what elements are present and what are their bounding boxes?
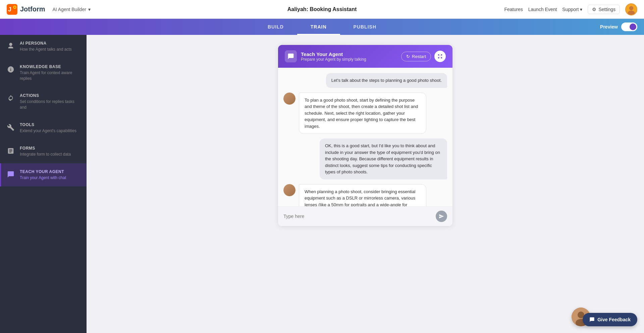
- tools-icon: [6, 123, 15, 132]
- agent-avatar-1: [283, 93, 296, 105]
- svg-point-5: [629, 6, 633, 10]
- tab-bar: BUILD TRAIN PUBLISH Preview: [0, 19, 644, 35]
- message-bubble-agent-2: When planning a photo shoot, consider br…: [299, 184, 426, 207]
- ai-persona-subtitle: How the Agent talks and acts: [20, 47, 72, 52]
- expand-button[interactable]: [434, 51, 446, 62]
- teach-agent-subtitle: Train your Agent with chat: [20, 175, 66, 181]
- sidebar-item-forms[interactable]: FORMS Integrate form to collect data: [0, 140, 87, 163]
- restart-icon: ↻: [406, 54, 410, 59]
- forms-title: FORMS: [20, 146, 71, 151]
- restart-label: Restart: [412, 54, 426, 59]
- logo-text: Jotform: [20, 5, 45, 13]
- agent-avatar-inner-1: [283, 93, 296, 105]
- settings-label: Settings: [598, 7, 615, 12]
- actions-title: ACTIONS: [20, 93, 81, 98]
- tools-title: TOOLS: [20, 122, 76, 127]
- tab-build[interactable]: BUILD: [254, 19, 297, 35]
- chat-input-area: [278, 206, 452, 226]
- chat-title: Teach Your Agent: [301, 51, 366, 57]
- knowledge-base-icon: [6, 65, 15, 74]
- agent-avatar-inner-2: [283, 184, 296, 196]
- restart-button[interactable]: ↻ Restart: [401, 52, 431, 61]
- nav-right: Features Launch Event Support ▾ ⚙ Settin…: [504, 3, 637, 15]
- message-row-agent-2: When planning a photo shoot, consider br…: [283, 184, 447, 207]
- chat-header: Teach Your Agent Prepare your Agent by s…: [278, 45, 452, 68]
- page-title: Aaliyah: Booking Assistant: [287, 6, 357, 12]
- user-avatar[interactable]: [625, 3, 637, 15]
- forms-icon: [6, 147, 15, 155]
- tools-subtitle: Extend your Agent's capabilities: [20, 128, 76, 134]
- svg-text:J: J: [8, 6, 11, 13]
- sidebar-item-actions[interactable]: ACTIONS Set conditions for replies tasks…: [0, 87, 87, 116]
- tools-text: TOOLS Extend your Agent's capabilities: [20, 122, 76, 134]
- content-area: Teach Your Agent Prepare your Agent by s…: [87, 35, 644, 333]
- forms-subtitle: Integrate form to collect data: [20, 152, 71, 157]
- preview-label: Preview: [600, 24, 618, 30]
- knowledge-base-subtitle: Train Agent for context aware replies: [20, 70, 81, 81]
- tab-list: BUILD TRAIN PUBLISH: [254, 19, 390, 35]
- ai-agent-builder-label: AI Agent Builder: [52, 7, 86, 12]
- agent-avatar-2: [283, 184, 296, 196]
- send-button[interactable]: [436, 211, 447, 222]
- main-layout: AI PERSONA How the Agent talks and acts …: [0, 35, 644, 333]
- chat-messages: Let's talk about the steps to planning a…: [278, 68, 452, 206]
- support-label: Support: [562, 7, 579, 12]
- preview-toggle: Preview: [600, 22, 637, 31]
- message-row-user-2: OK, this is a good start, but I'd like y…: [283, 138, 447, 179]
- teach-agent-title: TEACH YOUR AGENT: [20, 169, 66, 174]
- sidebar: AI PERSONA How the Agent talks and acts …: [0, 35, 87, 333]
- chevron-down-icon: ▾: [88, 7, 91, 12]
- sidebar-item-tools[interactable]: TOOLS Extend your Agent's capabilities: [0, 116, 87, 140]
- chat-panel: Teach Your Agent Prepare your Agent by s…: [278, 45, 452, 226]
- logo-icon: J: [7, 4, 17, 15]
- nav-left: J Jotform AI Agent Builder ▾: [7, 4, 94, 15]
- tab-train[interactable]: TRAIN: [297, 19, 340, 35]
- gear-icon: ⚙: [592, 7, 596, 12]
- teach-agent-icon: [6, 170, 15, 179]
- ai-persona-icon: [6, 42, 15, 50]
- chat-header-left: Teach Your Agent Prepare your Agent by s…: [285, 50, 366, 62]
- ai-persona-title: AI PERSONA: [20, 41, 72, 46]
- chat-header-actions: ↻ Restart: [401, 51, 446, 62]
- avatar-img: [626, 4, 637, 15]
- support-button[interactable]: Support ▾: [562, 7, 582, 12]
- knowledge-base-text: KNOWLEDGE BASE Train Agent for context a…: [20, 64, 81, 81]
- tab-publish[interactable]: PUBLISH: [340, 19, 390, 35]
- ai-persona-text: AI PERSONA How the Agent talks and acts: [20, 41, 72, 52]
- svg-point-3: [14, 6, 16, 8]
- feedback-label: Give Feedback: [597, 317, 631, 322]
- expand-icon: [437, 54, 443, 59]
- chevron-down-icon-support: ▾: [580, 7, 582, 12]
- send-icon: [439, 214, 444, 219]
- launch-event-link[interactable]: Launch Event: [528, 7, 557, 12]
- features-link[interactable]: Features: [504, 7, 523, 12]
- message-bubble-user-2: OK, this is a good start, but I'd like y…: [320, 138, 447, 179]
- settings-button[interactable]: ⚙ Settings: [588, 5, 620, 14]
- sidebar-item-knowledge-base[interactable]: KNOWLEDGE BASE Train Agent for context a…: [0, 58, 87, 88]
- chat-input[interactable]: [283, 214, 432, 219]
- message-row-user-1: Let's talk about the steps to planning a…: [283, 73, 447, 88]
- sidebar-item-teach-your-agent[interactable]: TEACH YOUR AGENT Train your Agent with c…: [0, 163, 87, 187]
- sidebar-item-ai-persona[interactable]: AI PERSONA How the Agent talks and acts: [0, 35, 87, 58]
- message-row-agent-1: To plan a good photo shoot, start by def…: [283, 93, 447, 134]
- actions-icon: [6, 94, 15, 103]
- give-feedback-button[interactable]: Give Feedback: [583, 313, 637, 326]
- ai-agent-builder-button[interactable]: AI Agent Builder ▾: [49, 5, 94, 14]
- toggle-knob: [630, 23, 636, 30]
- preview-switch[interactable]: [621, 22, 637, 31]
- chat-header-text: Teach Your Agent Prepare your Agent by s…: [301, 51, 366, 62]
- actions-subtitle: Set conditions for replies tasks and: [20, 99, 81, 110]
- message-bubble-user-1: Let's talk about the steps to planning a…: [326, 73, 447, 88]
- message-text-user-1: Let's talk about the steps to planning a…: [331, 78, 442, 83]
- top-nav: J Jotform AI Agent Builder ▾ Aaliyah: Bo…: [0, 0, 644, 19]
- chat-subtitle: Prepare your Agent by simply talking: [301, 57, 366, 62]
- feedback-icon: [589, 317, 595, 322]
- chat-header-icon: [285, 50, 297, 62]
- actions-text: ACTIONS Set conditions for replies tasks…: [20, 93, 81, 110]
- message-text-user-2: OK, this is a good start, but I'd like y…: [325, 143, 440, 174]
- message-bubble-agent-1: To plan a good photo shoot, start by def…: [299, 93, 426, 134]
- knowledge-base-title: KNOWLEDGE BASE: [20, 64, 81, 69]
- message-text-agent-2: When planning a photo shoot, consider br…: [305, 189, 415, 207]
- logo[interactable]: J Jotform: [7, 4, 45, 15]
- forms-text: FORMS Integrate form to collect data: [20, 146, 71, 157]
